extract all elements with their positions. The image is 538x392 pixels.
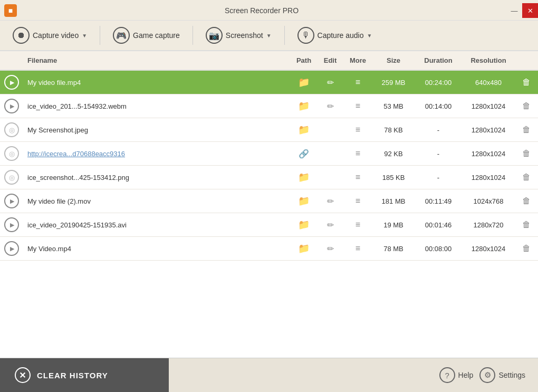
row-path-cell: 📁 [291,70,317,94]
delete-icon[interactable]: 🗑 [522,101,531,110]
camera-icon: ◎ [4,122,19,137]
col-header-edit: Edit [317,51,343,70]
row-delete-cell: 🗑 [515,142,538,166]
row-edit-cell [317,166,343,189]
row-filename[interactable]: My video file.mp4 [23,70,291,94]
row-resolution: 1280x1024 [462,94,515,118]
toolbar-separator-2 [193,26,193,45]
row-resolution: 1280x1024 [462,166,515,189]
delete-icon[interactable]: 🗑 [522,244,531,253]
row-resolution: 1280x720 [462,213,515,237]
folder-icon[interactable]: 📁 [298,243,310,254]
bottom-right-controls: ? Help ⚙ Settings [439,367,538,383]
capture-video-button[interactable]: ⏺ Capture video ▼ [6,24,93,47]
camera-icon: ◎ [4,146,19,161]
game-capture-label: Game capture [133,31,180,40]
row-size: 92 KB [372,142,415,166]
play-icon[interactable]: ▶ [4,217,19,232]
row-path-cell: 🔗 [291,142,317,166]
row-filename[interactable]: My Video.mp4 [23,237,291,261]
edit-icon[interactable]: ✏ [327,197,334,206]
row-edit-cell: ✏ [317,70,343,94]
row-filename[interactable]: ice_video_201...5-154932.webm [23,94,291,118]
row-filename: My Screenshot.jpeg [23,118,291,142]
more-icon[interactable]: ≡ [356,244,360,253]
folder-icon[interactable]: 📁 [298,219,310,230]
table-row: ▶My video file (2).mov📁✏≡181 MB00:11:491… [0,189,538,213]
settings-label: Settings [498,371,525,379]
folder-icon[interactable]: 📁 [298,101,310,111]
table-body: ▶My video file.mp4📁✏≡259 MB00:24:00640x4… [0,70,538,261]
clear-history-label: CLEAR HISTORY [37,371,108,380]
col-header-path: Path [291,51,317,70]
row-edit-cell [317,118,343,142]
row-size: 185 KB [372,166,415,189]
screenshot-dropdown-arrow: ▼ [266,33,272,39]
more-icon[interactable]: ≡ [356,125,360,134]
row-delete-cell: 🗑 [515,166,538,189]
delete-icon[interactable]: 🗑 [522,125,531,134]
filename-link[interactable]: http://icecrea...d70688eacc9316 [27,150,125,158]
help-icon: ? [439,367,455,383]
play-icon[interactable]: ▶ [4,99,19,113]
more-icon[interactable]: ≡ [356,220,360,229]
delete-icon[interactable]: 🗑 [522,78,531,87]
edit-icon[interactable]: ✏ [327,102,334,111]
row-duration: - [415,166,462,189]
more-icon[interactable]: ≡ [356,173,360,181]
folder-icon[interactable]: 📁 [298,172,310,183]
row-delete-cell: 🗑 [515,94,538,118]
minimize-button[interactable]: — [506,3,522,18]
table-header-row: Filename Path Edit More Size Duration Re… [0,51,538,70]
link-icon[interactable]: 🔗 [299,149,309,158]
edit-icon[interactable]: ✏ [327,221,334,230]
row-edit-cell [317,142,343,166]
capture-video-dropdown-arrow: ▼ [82,33,87,39]
play-icon[interactable]: ▶ [4,194,19,208]
window-controls: — ✕ [506,3,538,18]
row-filename[interactable]: ice_video_20190425-151935.avi [23,213,291,237]
row-size: 259 MB [372,70,415,94]
close-button[interactable]: ✕ [522,3,538,18]
row-delete-cell: 🗑 [515,237,538,261]
row-path-cell: 📁 [291,166,317,189]
row-icon-cell: ▶ [0,70,23,94]
row-resolution: 1280x1024 [462,142,515,166]
more-icon[interactable]: ≡ [356,78,360,87]
more-icon[interactable]: ≡ [356,196,360,205]
play-icon[interactable]: ▶ [4,241,19,256]
delete-icon[interactable]: 🗑 [522,173,531,181]
more-icon[interactable]: ≡ [356,149,360,158]
folder-icon[interactable]: 📁 [298,196,310,206]
table-row: ▶My Video.mp4📁✏≡78 MB00:08:001280x1024🗑 [0,237,538,261]
table-row: ◎ice_screenshot...425-153412.png📁≡185 KB… [0,166,538,189]
delete-icon[interactable]: 🗑 [522,220,531,229]
settings-button[interactable]: ⚙ Settings [479,367,525,383]
delete-icon[interactable]: 🗑 [522,149,531,158]
screenshot-button[interactable]: 📷 Screenshot ▼ [199,24,278,47]
row-more-cell: ≡ [343,166,372,189]
play-icon[interactable]: ▶ [4,75,19,90]
folder-icon[interactable]: 📁 [298,125,310,135]
game-capture-button[interactable]: 🎮 Game capture [107,24,186,47]
capture-audio-dropdown-arrow: ▼ [367,33,372,39]
clear-history-button[interactable]: ✕ CLEAR HISTORY [0,358,169,393]
folder-icon[interactable]: 📁 [298,77,310,88]
row-path-cell: 📁 [291,94,317,118]
more-icon[interactable]: ≡ [356,101,360,110]
capture-audio-button[interactable]: 🎙 Capture audio ▼ [291,24,379,47]
edit-icon[interactable]: ✏ [327,244,334,253]
help-button[interactable]: ? Help [439,367,474,383]
edit-icon[interactable]: ✏ [327,78,334,87]
row-icon-cell: ▶ [0,189,23,213]
row-duration: 00:08:00 [415,237,462,261]
row-more-cell: ≡ [343,189,372,213]
recordings-table-container: Filename Path Edit More Size Duration Re… [0,51,538,358]
app-icon: ■ [4,4,17,17]
table-row: ▶My video file.mp4📁✏≡259 MB00:24:00640x4… [0,70,538,94]
settings-icon: ⚙ [479,367,495,383]
row-duration: 00:11:49 [415,189,462,213]
row-filename[interactable]: My video file (2).mov [23,189,291,213]
delete-icon[interactable]: 🗑 [522,196,531,205]
row-icon-cell: ▶ [0,94,23,118]
